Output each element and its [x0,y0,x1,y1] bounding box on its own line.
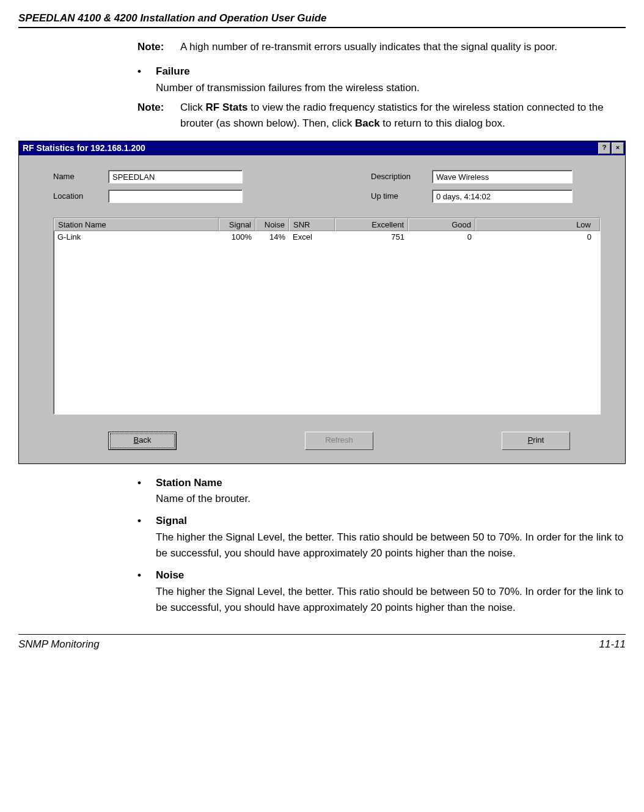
print-button[interactable]: Print [502,432,570,450]
bullet-failure: • Failure [137,64,626,79]
description-field[interactable]: Wave Wireless [432,170,573,183]
uptime-label: Up time [371,191,432,201]
refresh-button[interactable]: Refresh [305,432,373,450]
bullet-noise: • Noise [137,567,626,583]
col-low[interactable]: Low [475,218,600,231]
cell-station-name: G-Link [54,231,219,243]
header-rule [18,27,626,28]
col-signal[interactable]: Signal [219,218,255,231]
cell-signal: 100% [219,231,255,243]
footer-right: 11-11 [599,638,626,651]
noise-title: Noise [156,567,184,583]
location-label: Location [53,191,108,201]
cell-excellent: 751 [335,231,408,243]
close-button[interactable]: × [612,142,624,154]
dialog-titlebar[interactable]: RF Statistics for 192.168.1.200 ? × [19,141,625,155]
cell-good: 0 [408,231,475,243]
failure-title: Failure [156,64,190,79]
page-footer: SNMP Monitoring 11-11 [18,634,626,651]
cell-snr: Excel [289,231,335,243]
table-row[interactable]: G-Link 100% 14% Excel 751 0 0 [54,231,600,243]
note-2-text: Click RF Stats to view the radio frequen… [180,100,626,132]
note-1-text: A high number of re-transmit errors usua… [180,39,557,55]
name-field[interactable]: SPEEDLAN [108,170,243,183]
signal-title: Signal [156,513,187,529]
col-snr[interactable]: SNR [289,218,335,231]
note-label: Note: [137,100,180,132]
footer-left: SNMP Monitoring [18,638,100,651]
dialog-title: RF Statistics for 192.168.1.200 [23,143,145,153]
failure-desc: Number of transmission failures from the… [156,80,626,96]
back-button[interactable]: Back [108,432,177,450]
page-header-title: SPEEDLAN 4100 & 4200 Installation and Op… [18,12,626,24]
note-1: Note: A high number of re-transmit error… [137,39,626,55]
help-button[interactable]: ? [598,142,610,154]
note-2: Note: Click RF Stats to view the radio f… [137,100,626,132]
bullet-signal: • Signal [137,513,626,529]
stations-table[interactable]: Station Name Signal Noise SNR Excellent … [53,218,601,415]
col-noise[interactable]: Noise [255,218,289,231]
cell-low: 0 [475,231,600,243]
noise-desc: The higher the Signal Level, the better.… [156,584,626,616]
station-name-title: Station Name [156,475,222,491]
location-field[interactable] [108,190,243,203]
rf-statistics-dialog: RF Statistics for 192.168.1.200 ? × Name… [18,141,626,464]
signal-desc: The higher the Signal Level, the better.… [156,530,626,562]
col-good[interactable]: Good [408,218,475,231]
col-station-name[interactable]: Station Name [54,218,219,231]
col-excellent[interactable]: Excellent [335,218,408,231]
cell-noise: 14% [255,231,289,243]
description-label: Description [371,172,432,181]
bullet-station-name: • Station Name [137,475,626,491]
note-label: Note: [137,39,180,55]
uptime-field[interactable]: 0 days, 4:14:02 [432,190,573,203]
table-header: Station Name Signal Noise SNR Excellent … [54,218,600,231]
station-name-desc: Name of the brouter. [156,491,626,507]
name-label: Name [53,172,108,181]
